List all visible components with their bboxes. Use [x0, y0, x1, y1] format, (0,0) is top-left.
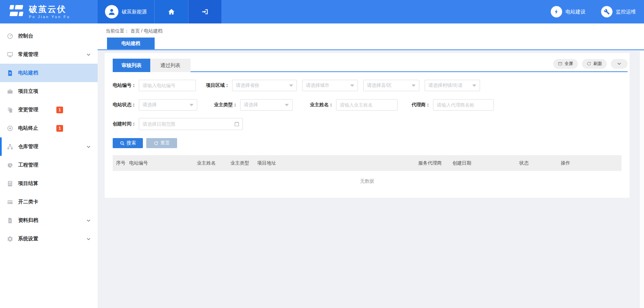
app-root: 破茧云伏 Po Jian Yun Fu 破茧新能源	[0, 0, 644, 308]
panel-card: 审核列表 通过列表 全屏 刷新	[105, 53, 630, 198]
fullscreen-label: 全屏	[565, 61, 573, 67]
nav-station-build[interactable]: 电站建设	[551, 6, 586, 17]
sidebar-item-change-mgmt[interactable]: 变更管理 1	[0, 101, 98, 119]
col-status: 状态	[519, 160, 561, 166]
chevron-down-icon	[86, 237, 91, 241]
county-select[interactable]: 请选择县/区	[363, 80, 419, 91]
station-no-input[interactable]	[139, 80, 196, 91]
sidebar-item-label: 项目结算	[18, 180, 38, 187]
col-owner-type: 业主类型	[230, 160, 257, 166]
reset-label: 重置	[161, 140, 170, 146]
bank-card-icon	[6, 198, 14, 206]
station-no-label: 电站编号：	[113, 82, 136, 88]
owner-name-input[interactable]	[336, 99, 397, 111]
region-label: 项目区域：	[206, 82, 229, 88]
fullscreen-icon	[558, 61, 562, 66]
sidebar-item-label: 仓库管理	[18, 143, 38, 150]
col-created-date: 创建日期	[452, 160, 519, 166]
date-range-picker	[139, 118, 243, 130]
nav-monitor-ops[interactable]: 监控运维	[601, 6, 636, 17]
col-station-no: 电站编号	[129, 160, 197, 166]
sidebar-item-engineering-mgmt[interactable]: 工程管理	[0, 156, 98, 174]
col-project-address: 项目地址	[257, 160, 418, 166]
sidebar-item-project-initiation[interactable]: 项目立项	[0, 82, 98, 101]
province-select[interactable]: 请选择省份	[232, 80, 297, 91]
sidebar-item-station-archive[interactable]: 电站建档	[0, 64, 98, 82]
created-time-label: 创建时间：	[113, 121, 136, 127]
chevron-down-icon	[86, 144, 91, 149]
breadcrumb-path[interactable]: 首页 / 电站建档	[130, 28, 163, 34]
sidebar-item-general-mgmt[interactable]: 常规管理	[0, 45, 98, 64]
search-icon	[120, 141, 125, 146]
agent-label: 代理商：	[412, 102, 430, 108]
sidebar-item-data-archive[interactable]: 资料归档	[0, 211, 98, 230]
gear-icon	[6, 235, 14, 243]
agent-input[interactable]	[433, 99, 494, 111]
station-status-label: 电站状态：	[113, 102, 136, 108]
page-tab-station-archive[interactable]: 电站建档	[107, 38, 155, 49]
login-arrow-icon	[201, 8, 209, 15]
scrollbar-track[interactable]	[639, 51, 644, 308]
empty-state-text: 无数据	[113, 171, 622, 184]
pie-chart-icon	[6, 161, 14, 169]
document-icon	[6, 69, 14, 77]
col-service-agent: 服务代理商	[418, 160, 452, 166]
refresh-button[interactable]: 刷新	[582, 59, 607, 69]
header-logout-button[interactable]	[188, 0, 221, 23]
dashboard-icon	[6, 32, 14, 40]
owner-name-label: 业主姓名：	[310, 102, 333, 108]
sidebar-item-label: 开二类卡	[18, 199, 38, 205]
lightning-icon	[551, 6, 562, 17]
refresh-icon	[587, 61, 591, 66]
chevron-down-icon	[86, 52, 91, 57]
avatar	[105, 5, 118, 18]
sidebar-item-label: 项目立项	[18, 88, 38, 95]
brand-title: 破茧云伏	[29, 5, 70, 14]
sidebar-item-console[interactable]: 控制台	[0, 27, 98, 45]
sidebar-item-project-settlement[interactable]: 项目结算	[0, 174, 98, 193]
sidebar-item-label: 变更管理	[18, 107, 38, 113]
reset-icon	[154, 141, 159, 146]
col-owner-name: 业主姓名	[197, 160, 230, 166]
breadcrumb: 当前位置： 首页 / 电站建档	[106, 28, 163, 34]
sidebar-item-label: 电站终止	[18, 125, 38, 131]
filter-actions: 搜索 重置	[113, 138, 622, 148]
reset-button[interactable]: 重置	[146, 138, 177, 148]
top-header: 破茧云伏 Po Jian Yun Fu 破茧新能源	[0, 0, 644, 23]
collapse-button[interactable]	[611, 59, 628, 69]
city-select[interactable]: 请选择城市	[302, 80, 358, 91]
header-home-button[interactable]	[154, 0, 188, 23]
tab-passed-list[interactable]: 通过列表	[150, 59, 191, 72]
brand-text: 破茧云伏 Po Jian Yun Fu	[29, 5, 70, 19]
station-status-select[interactable]: 请选择	[139, 99, 197, 111]
fullscreen-button[interactable]: 全屏	[553, 59, 578, 69]
home-icon	[168, 8, 175, 15]
nav-monitor-ops-label: 监控运维	[616, 9, 636, 15]
owner-type-select[interactable]: 请选择	[240, 99, 292, 111]
monitor-icon	[6, 51, 14, 59]
panel-tools: 全屏 刷新	[553, 59, 628, 69]
col-index: 序号	[116, 160, 129, 166]
brand-logo-icon	[7, 4, 25, 20]
sidebar-item-warehouse-mgmt[interactable]: 仓库管理	[0, 137, 98, 156]
filter-row-3: 创建时间：	[113, 118, 622, 130]
table-header: 序号 电站编号 业主姓名 业主类型 项目地址 服务代理商 创建日期 状态 操作	[113, 155, 622, 171]
search-button[interactable]: 搜索	[113, 138, 143, 148]
sidebar-item-open-card[interactable]: 开二类卡	[0, 193, 98, 211]
sidebar-item-station-terminate[interactable]: 电站终止 1	[0, 119, 98, 137]
sitemap-icon	[6, 143, 14, 151]
header-user-section[interactable]: 破茧新能源	[98, 0, 154, 23]
date-range-input[interactable]	[139, 118, 243, 130]
notification-badge: 1	[56, 107, 63, 113]
tab-review-list[interactable]: 审核列表	[113, 59, 150, 72]
sidebar-item-label: 控制台	[18, 33, 33, 39]
village-select[interactable]: 请选择村镇/街道	[425, 80, 480, 91]
sidebar-item-label: 工程管理	[18, 162, 38, 168]
header-right-nav: 电站建设 监控运维	[551, 0, 644, 23]
copy-pages-icon	[6, 106, 14, 114]
sidebar-item-system-settings[interactable]: 系统设置	[0, 230, 98, 248]
refresh-label: 刷新	[593, 61, 602, 67]
chevron-down-icon	[617, 61, 622, 66]
owner-type-label: 业主类型：	[214, 102, 237, 108]
chevron-down-icon	[86, 218, 91, 223]
